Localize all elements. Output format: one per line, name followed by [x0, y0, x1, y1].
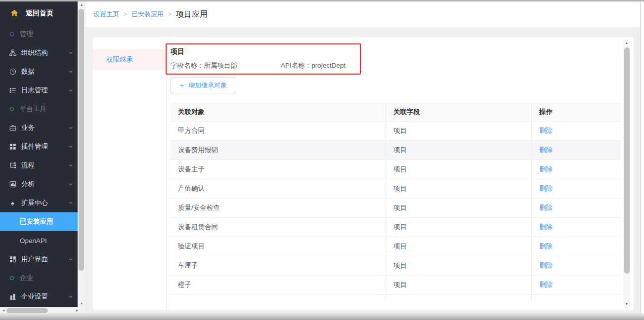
section-dot-icon [10, 107, 14, 111]
sidebar-item-log-management[interactable]: 日志管理 [0, 81, 78, 100]
delete-link[interactable]: 删除 [539, 261, 553, 270]
sidebar-scrollbar-thumb[interactable] [79, 9, 84, 271]
sidebar-item-installed-apps[interactable]: 已安装应用 [0, 212, 78, 231]
delete-link[interactable]: 删除 [539, 203, 553, 212]
sidebar-item-plugin-management[interactable]: 插件管理 [0, 137, 78, 156]
sidebar-item-org-structure[interactable]: 组织结构 [0, 43, 78, 62]
section-dot-icon [10, 32, 14, 36]
delete-link[interactable]: 删除 [539, 146, 553, 155]
chevron-up-icon [68, 200, 73, 205]
add-inheritance-button[interactable]: + 增加继承对象 [171, 78, 236, 93]
table-row: 设备租赁合同项目删除 [171, 218, 621, 237]
delete-link[interactable]: 删除 [539, 165, 553, 174]
cell-related-object: 验证项目 [171, 237, 386, 256]
sidebar-item-label: 用户界面 [21, 255, 48, 264]
delete-link[interactable]: 删除 [539, 184, 553, 193]
home-icon [10, 9, 18, 17]
window-right-gutter [640, 1, 644, 314]
cell-related-object: 设备费用报销 [171, 141, 386, 160]
cell-actions: 删除 [531, 141, 621, 160]
table-row: 车厘子项目删除 [171, 256, 621, 276]
sidebar-horizontal-scrollbar[interactable]: ◂ ▸ [0, 307, 86, 314]
sidebar-item-enterprise-settings[interactable]: 企业设置 [0, 287, 78, 306]
field-info-row: 字段名称：所属项目部 API名称：projectDept [171, 61, 621, 70]
section-dot-icon [10, 276, 14, 280]
cell-actions: 删除 [531, 237, 621, 256]
chevron-down-icon [68, 144, 73, 149]
cell-related-object: 车厘子 [171, 256, 386, 275]
panel-vertical-scrollbar[interactable]: ▴ ▾ [623, 40, 630, 308]
sidebar-vertical-scrollbar[interactable]: ▴ ▾ [78, 1, 86, 307]
delete-link[interactable]: 删除 [539, 280, 553, 289]
cell-actions: 删除 [531, 276, 621, 294]
chevron-down-icon [68, 50, 73, 55]
cell-related-field: 项目 [386, 141, 531, 160]
sidebar-item-label: 企业 [20, 274, 33, 282]
sidebar-item-open-api[interactable]: OpenAPI [0, 231, 78, 250]
ui-grid-icon [8, 256, 17, 263]
flow-icon [8, 162, 17, 169]
sidebar-hscrollbar-thumb[interactable] [6, 308, 48, 313]
sidebar-item-extension-center[interactable]: ♠扩展中心 [0, 194, 78, 212]
sidebar-item-label: 数据 [21, 67, 35, 76]
cell-related-field: 项目 [386, 276, 531, 294]
sidebar-item-platform-tools: 平台工具 [0, 100, 78, 119]
breadcrumb-separator-icon: > [168, 11, 172, 18]
window-top-border [0, 0, 644, 1]
sidebar-item-analysis[interactable]: 分析 [0, 175, 78, 194]
page-title: 项目应用 [176, 9, 208, 20]
sidebar-item-workflow[interactable]: 流程 [0, 156, 78, 175]
scroll-up-icon[interactable]: ▴ [78, 1, 86, 8]
sidebar-item-label: OpenAPI [20, 237, 47, 244]
scroll-down-icon[interactable]: ▾ [78, 300, 86, 307]
delete-link[interactable]: 删除 [539, 126, 553, 135]
scroll-up-icon[interactable]: ▴ [623, 40, 630, 46]
table-row: 质量/安全检查项目删除 [171, 199, 621, 218]
field-name: 字段名称：所属项目部 [171, 61, 279, 70]
sidebar-item-label: 组织结构 [21, 48, 48, 57]
content-card: 权限继承 项目 字段名称：所属项目部 API名称：projectDept + 增… [93, 37, 634, 310]
field-name-value: 所属项目部 [204, 62, 238, 69]
panel-scrollbar-thumb[interactable] [624, 47, 630, 274]
tab-permission-inheritance[interactable]: 权限继承 [93, 49, 166, 70]
panel-main: 项目 字段名称：所属项目部 API名称：projectDept + 增加继承对象… [167, 37, 634, 310]
breadcrumb-link-settings-home[interactable]: 设置主页 [93, 10, 119, 19]
sidebar-item-label: 插件管理 [21, 142, 48, 151]
main-region: 设置主页 > 已安装应用 > 项目应用 权限继承 项目 字段名称：所属项目部 A… [86, 1, 640, 314]
sidebar-item-label: 分析 [21, 180, 35, 189]
delete-link[interactable]: 删除 [539, 242, 553, 251]
relations-table: 关联对象 关联字段 操作 甲方合同项目删除设备费用报销项目删除设备主子项目删除产… [171, 103, 621, 301]
cell-related-object: 质量/安全检查 [171, 199, 386, 217]
cell-related-object: 橙子 [171, 276, 386, 294]
sidebar: 返回首页 管理组织结构数据日志管理平台工具业务插件管理流程分析♠扩展中心已安装应… [0, 1, 78, 307]
scroll-left-icon[interactable]: ◂ [0, 307, 7, 314]
add-inheritance-button-label: 增加继承对象 [188, 81, 227, 90]
cell-related-field: 项目 [386, 237, 531, 256]
delete-link[interactable]: 删除 [539, 223, 553, 232]
bar-chart-icon [8, 181, 17, 188]
section-title: 项目 [171, 47, 621, 56]
sidebar-item-home[interactable]: 返回首页 [0, 1, 78, 25]
spade-icon: ♠ [8, 200, 17, 206]
breadcrumb-link-installed-apps[interactable]: 已安装应用 [131, 10, 164, 19]
app-window: 返回首页 管理组织结构数据日志管理平台工具业务插件管理流程分析♠扩展中心已安装应… [0, 0, 644, 320]
cell-related-object: 设备租赁合同 [171, 218, 386, 237]
sidebar-item-label: 企业设置 [21, 292, 48, 301]
sidebar-item-user-interface[interactable]: 用户界面 [0, 250, 78, 269]
api-name-label: API名称： [281, 62, 311, 69]
sidebar-item-label: 流程 [21, 161, 35, 170]
sidebar-item-label: 管理 [20, 30, 33, 39]
scroll-down-icon[interactable]: ▾ [623, 301, 630, 308]
cell-actions: 删除 [531, 121, 621, 140]
sidebar-item-label: 业务 [21, 123, 35, 132]
sidebar-item-label: 日志管理 [21, 86, 48, 95]
sidebar-item-enterprise: 企业 [0, 269, 78, 287]
scroll-right-icon[interactable]: ▸ [74, 307, 81, 314]
cell-related-field: 项目 [386, 121, 531, 140]
cell-actions: 删除 [531, 160, 621, 179]
plugin-grid-icon [8, 143, 17, 150]
sidebar-item-business[interactable]: 业务 [0, 119, 78, 137]
chevron-down-icon [68, 69, 73, 74]
window-bottom-scrollbar[interactable] [0, 314, 644, 320]
sidebar-item-data[interactable]: 数据 [0, 62, 78, 81]
